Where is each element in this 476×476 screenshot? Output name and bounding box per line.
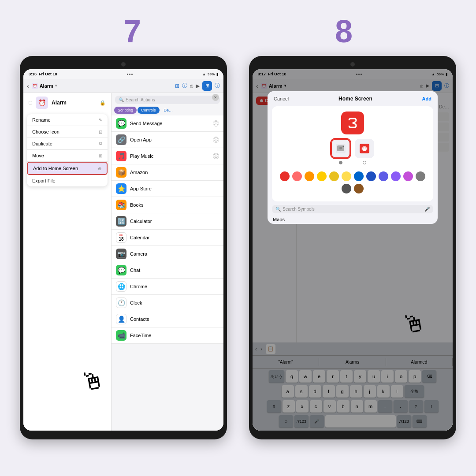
ipad-step-8: 3:17 Fri Oct 18 ▲ 59% ▮ ‹ ⏰ Alarm [249, 56, 456, 439]
action-calculator-7: 🔢 Calculator [112, 213, 223, 230]
send-msg-info-7[interactable]: ⓘ [213, 120, 219, 126]
toolbar-nav-7[interactable]: ‹ [27, 82, 29, 89]
send-msg-icon-7: 💬 [116, 118, 126, 129]
share-icon-7[interactable]: ⎋ [190, 83, 193, 89]
menu-duplicate-7[interactable]: Duplicate ⧉ [27, 138, 108, 150]
hand-cursor-7: 🖱 [78, 365, 107, 398]
shortcut-icon-7: ⏰ [36, 97, 48, 109]
app-icon-large-8 [341, 112, 364, 134]
shortcut-header-7: ⏰ Alarm 🔒 [23, 93, 111, 112]
color-pink-8[interactable] [292, 171, 302, 181]
color-gold-8[interactable] [329, 171, 339, 181]
rename-icon-7: ✎ [99, 118, 102, 123]
color-grid-8 [277, 169, 428, 196]
play-icon-7[interactable]: ▶ [196, 83, 200, 89]
menu-choose-icon-7[interactable]: Choose Icon ⊡ [27, 126, 108, 138]
svg-point-4 [342, 146, 344, 147]
color-blue-8[interactable] [354, 171, 364, 181]
camera-icon-7: 📷 [116, 249, 126, 259]
open-app-info-7[interactable]: ⓘ [213, 137, 219, 143]
radio-empty-8 [363, 161, 366, 164]
color-purple-8[interactable] [379, 171, 388, 181]
action-appstore-7: ⭐ App Store [112, 181, 223, 197]
color-magenta-8[interactable] [403, 171, 413, 181]
lock-icon-7: 🔒 [100, 100, 106, 106]
apps-icon-7[interactable]: ⊞ [202, 81, 212, 91]
action-open-app-7: 🔗 Open App ⓘ [112, 132, 223, 148]
color-yellow-8[interactable] [317, 171, 327, 181]
menu-move-7[interactable]: Move ⊞ [27, 150, 108, 162]
camera-dot-8 [350, 62, 355, 67]
app-icon-svg-8 [345, 115, 361, 131]
action-chat-7: 💬 Chat [112, 262, 223, 279]
checkbox-icon-7 [29, 101, 32, 104]
color-red-8[interactable] [280, 171, 290, 181]
icon-option-photo-8[interactable] [331, 139, 350, 158]
home-screen-dialog-8: Cancel Home Screen Add [268, 91, 438, 224]
filter-de-7[interactable]: De… [160, 107, 177, 114]
more-info-icon-7[interactable]: ⓘ [215, 82, 220, 89]
search-bar-7[interactable]: 🔍 Search Actions [115, 96, 220, 104]
search-placeholder-7: Search Actions [126, 97, 155, 102]
toolbar-title-7: ⏰ Alarm ▾ [32, 83, 57, 89]
play-music-icon-7: 🎵 [116, 151, 126, 161]
search-icon-7: 🔍 [119, 97, 124, 102]
filter-controls-7[interactable]: Controls [138, 107, 160, 114]
filter-scripting-7[interactable]: Scripting [114, 107, 137, 114]
mic-icon-8[interactable]: 🎤 [424, 207, 430, 212]
action-send-message-7: 💬 Send Message ⓘ [112, 115, 223, 132]
contacts-icon-7: 👤 [116, 314, 126, 324]
left-panel-7: ⏰ Alarm 🔒 ✕ Rename ✎ Choose Icon [23, 93, 112, 431]
status-right-7: ▲ 99% ▮ [202, 72, 218, 76]
dialog-header-8: Cancel Home Screen Add [268, 91, 438, 106]
calculator-icon-7: 🔢 [116, 216, 126, 227]
action-chrome-7: 🌐 Chrome [112, 279, 223, 295]
clock-icon-7: 🕐 [116, 298, 126, 308]
toolbar-icons-7: ⊞ ⓘ ⎋ ▶ ⊞ ⓘ [175, 81, 220, 91]
symbol-search-label-8: Search Symbols [283, 207, 315, 212]
calendar-icon-7: FRI 18 [116, 232, 126, 243]
action-clock-7: 🕐 Clock [112, 295, 223, 311]
ipad-step-7: 3:16 Fri Oct 18 ▲ 99% ▮ ‹ ⏰ Alarm [20, 56, 227, 439]
stack-icon-8 [360, 144, 369, 153]
search-icon-8: 🔍 [275, 207, 281, 212]
shortcut-name-7: Alarm [52, 100, 96, 106]
status-time-7: 3:16 Fri Oct 18 [29, 72, 57, 76]
back-btn-7[interactable]: ‹ [27, 82, 29, 89]
add-home-icon-7: ⊕ [98, 166, 101, 171]
ipad-screen-7: 3:16 Fri Oct 18 ▲ 99% ▮ ‹ ⏰ Alarm [23, 69, 223, 431]
play-music-info-7[interactable]: ⓘ [213, 153, 219, 159]
books-icon-7: 📚 [116, 200, 126, 210]
move-icon-7: ⊞ [99, 153, 102, 158]
symbol-search-8[interactable]: 🔍 Search Symbols 🎤 [272, 205, 433, 213]
home-screen-overlay-8: Cancel Home Screen Add [253, 69, 453, 431]
color-violet-8[interactable] [391, 171, 401, 181]
color-orange-8[interactable] [305, 171, 314, 181]
maps-label-8: Maps [268, 215, 438, 224]
action-play-music-7: 🎵 Play Music ⓘ [112, 148, 223, 164]
amazon-icon-7: 📦 [116, 167, 126, 178]
icon-options-8 [331, 139, 374, 164]
menu-add-home-7[interactable]: Add to Home Screen ⊕ [27, 162, 108, 175]
dialog-cancel-btn-8[interactable]: Cancel [274, 96, 289, 101]
grid-icon-7[interactable]: ⊞ [175, 83, 179, 89]
chrome-icon-7: 🌐 [116, 281, 126, 292]
action-contacts-7: 👤 Contacts [112, 311, 223, 327]
menu-rename-7[interactable]: Rename ✎ [27, 114, 108, 126]
menu-export-7[interactable]: Export File [27, 175, 108, 186]
color-dark-blue-8[interactable] [366, 171, 376, 181]
chat-icon-7: 💬 [116, 265, 126, 275]
color-dark-gray-8[interactable] [342, 184, 351, 193]
duplicate-icon-7: ⧉ [99, 141, 102, 146]
action-calendar-7: FRI 18 Calendar [112, 230, 223, 246]
dialog-add-btn-8[interactable]: Add [422, 96, 431, 101]
color-brown-8[interactable] [354, 184, 364, 193]
color-gray-8[interactable] [416, 171, 425, 181]
info-icon-7[interactable]: ⓘ [182, 82, 187, 89]
color-light-yellow-8[interactable] [342, 171, 351, 181]
toolbar-alarm-label-7: Alarm [40, 83, 53, 89]
icon-option-stack-8[interactable] [355, 139, 374, 158]
icon-picker-8 [272, 106, 433, 201]
hand-cursor-8: 🖱 [400, 308, 428, 340]
battery-7: 99% [208, 72, 215, 76]
